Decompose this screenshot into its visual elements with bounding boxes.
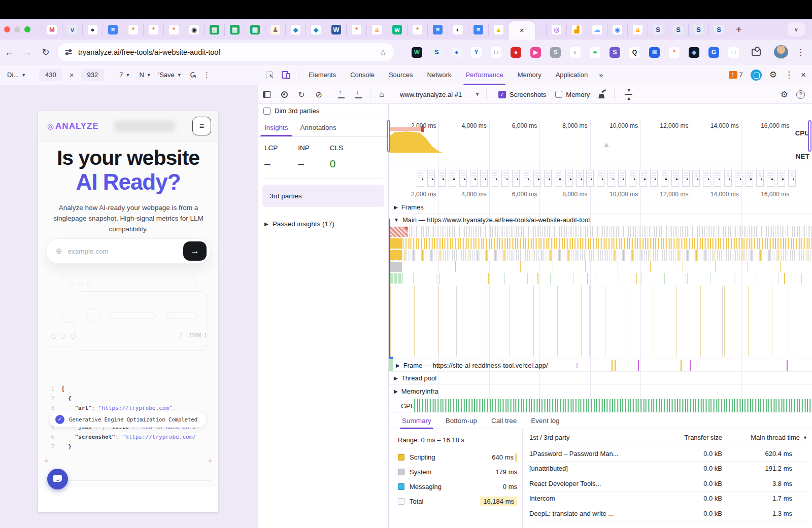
- extension-button[interactable]: *: [664, 47, 684, 58]
- pinned-tab[interactable]: w: [387, 23, 407, 36]
- devtools-menu-icon[interactable]: ⋮: [785, 69, 793, 80]
- sidebar-tab[interactable]: Annotations: [294, 118, 343, 136]
- pinned-tab[interactable]: ▦: [245, 23, 265, 36]
- issues-badge[interactable]: !7: [729, 71, 743, 79]
- extension-button[interactable]: S: [427, 47, 447, 58]
- filmstrip-thumbnail[interactable]: [449, 170, 456, 187]
- traffic-zoom-button[interactable]: [24, 26, 30, 32]
- extension-button[interactable]: □: [724, 47, 743, 58]
- hamburger-menu-button[interactable]: ≡: [192, 117, 211, 135]
- pinned-tab[interactable]: ◉: [607, 23, 627, 36]
- pinned-tab[interactable]: ≡: [468, 23, 488, 36]
- inspect-element-icon[interactable]: ↖: [262, 68, 278, 82]
- extensions-puzzle-icon[interactable]: [752, 49, 761, 56]
- sidebar-tab[interactable]: Insights: [258, 118, 294, 136]
- table-row[interactable]: DeepL: translate and write ... 0.0 kB 1.…: [529, 506, 807, 521]
- frames-track[interactable]: ▶Frames: [389, 201, 812, 214]
- browser-menu-icon[interactable]: ⋮: [796, 47, 805, 58]
- gpu-track[interactable]: GPU: [389, 398, 812, 413]
- flame-row-system[interactable]: [390, 261, 812, 272]
- filmstrip-thumbnail[interactable]: [576, 170, 584, 187]
- flame-deep-stacks[interactable]: [390, 286, 812, 357]
- active-tab[interactable]: ×: [509, 21, 535, 40]
- flame-row-scripting-2[interactable]: [390, 250, 812, 261]
- reload-record-button[interactable]: ↻: [293, 90, 310, 99]
- help-icon[interactable]: ?: [796, 90, 805, 99]
- filmstrip-thumbnail[interactable]: [438, 170, 446, 187]
- more-tabs-icon[interactable]: »: [595, 71, 607, 79]
- extension-button[interactable]: ◆: [684, 47, 704, 58]
- pinned-tab[interactable]: a: [366, 23, 387, 36]
- extension-button[interactable]: S: [546, 47, 565, 58]
- details-tab[interactable]: Bottom-up: [439, 412, 483, 429]
- pinned-tab[interactable]: ≡: [427, 23, 448, 36]
- save-profile-select[interactable]: 'Save▼: [158, 71, 182, 79]
- pinned-tab[interactable]: *: [143, 23, 163, 36]
- zoom-select[interactable]: 7▼: [119, 71, 130, 79]
- pinned-tab[interactable]: ◆: [306, 23, 326, 36]
- pinned-tab[interactable]: S: [668, 23, 688, 36]
- ai-assistance-icon[interactable]: [751, 69, 762, 81]
- flame-row-painting[interactable]: [390, 273, 812, 284]
- scripting-block[interactable]: [390, 238, 402, 249]
- pinned-tab[interactable]: S: [688, 23, 708, 36]
- pinned-tab[interactable]: ◉: [184, 23, 204, 36]
- scripting-block[interactable]: [390, 250, 402, 260]
- reload-button[interactable]: ↻: [37, 47, 55, 58]
- overview-left-handle[interactable]: [387, 120, 390, 152]
- flame-row-scripting-1[interactable]: [390, 238, 812, 249]
- screenshots-checkbox[interactable]: ✓Screenshots: [498, 91, 546, 98]
- filmstrip-thumbnail[interactable]: [597, 170, 604, 187]
- filmstrip-thumbnail[interactable]: [639, 170, 647, 187]
- long-task-block[interactable]: [390, 227, 408, 237]
- device-toolbar-menu-icon[interactable]: ⋮: [203, 71, 211, 80]
- panel-tab[interactable]: Network: [420, 65, 459, 85]
- filmstrip-thumbnail[interactable]: [777, 170, 785, 187]
- pinned-tab[interactable]: ≡: [103, 23, 123, 36]
- filmstrip-thumbnail[interactable]: [491, 170, 498, 187]
- pinned-tab[interactable]: W: [326, 23, 346, 36]
- bookmark-star-icon[interactable]: ☆: [380, 48, 387, 57]
- pinned-tab[interactable]: a: [627, 23, 648, 36]
- filmstrip-thumbnail[interactable]: [555, 170, 562, 187]
- extension-button[interactable]: W: [407, 47, 427, 58]
- panel-tab[interactable]: Performance: [458, 65, 510, 85]
- table-row[interactable]: Intercom 0.0 kB 1.7 ms: [529, 491, 807, 507]
- pinned-tab[interactable]: ◎: [546, 23, 566, 36]
- capture-settings-icon[interactable]: ⚙: [781, 89, 788, 100]
- panel-tab[interactable]: Memory: [511, 65, 549, 85]
- save-profile-icon[interactable]: ↓: [350, 90, 367, 98]
- tab-search-button[interactable]: ∨: [788, 22, 805, 37]
- filmstrip-thumbnail[interactable]: [512, 170, 520, 187]
- third-parties-insight[interactable]: 3rd parties: [262, 185, 384, 207]
- thread-pool-track[interactable]: ▶Thread pool: [389, 372, 812, 385]
- extension-button[interactable]: ◐: [565, 47, 585, 58]
- clear-button[interactable]: ⊘: [310, 90, 327, 99]
- rotate-icon[interactable]: ↺: [189, 69, 196, 80]
- pinned-tab[interactable]: *: [407, 23, 427, 36]
- filmstrip-thumbnail[interactable]: [417, 170, 424, 187]
- extension-button[interactable]: ♣: [585, 47, 605, 58]
- filmstrip-thumbnail[interactable]: [703, 170, 710, 187]
- panel-tab[interactable]: Sources: [382, 65, 420, 85]
- sort-column[interactable]: Main thread time▼: [751, 434, 807, 441]
- filmstrip-thumbnail[interactable]: [459, 170, 467, 187]
- system-block[interactable]: [390, 262, 402, 272]
- filmstrip-thumbnail[interactable]: [788, 170, 796, 187]
- frame-track[interactable]: ▶Frame — https://site-ai-readiness-tool.…: [389, 359, 812, 372]
- pinned-tab[interactable]: ☁: [587, 23, 607, 36]
- extension-button[interactable]: ●: [506, 47, 526, 58]
- url-text[interactable]: tryanalyze.ai/free-tools/ai-website-audi…: [78, 48, 220, 56]
- pinned-tab[interactable]: v: [62, 23, 82, 36]
- new-tab-button[interactable]: +: [736, 24, 742, 36]
- load-profile-icon[interactable]: ↑: [333, 90, 350, 98]
- memory-infra-track[interactable]: ▶MemoryInfra: [389, 385, 812, 398]
- submit-arrow-button[interactable]: →: [183, 241, 207, 261]
- main-ruler[interactable]: 2,000 ms4,000 ms6,000 ms8,000 ms10,000 m…: [389, 188, 812, 201]
- table-row[interactable]: 1Password – Password Man... 0.0 kB 620.4…: [529, 446, 807, 462]
- filmstrip-thumbnail[interactable]: [501, 170, 509, 187]
- pinned-tab[interactable]: ♟: [265, 23, 285, 36]
- main-track-header[interactable]: ▼Main — https://www.tryanalyze.ai/free-t…: [389, 214, 812, 226]
- record-button[interactable]: [276, 91, 293, 98]
- traffic-minimize-button[interactable]: [14, 26, 20, 32]
